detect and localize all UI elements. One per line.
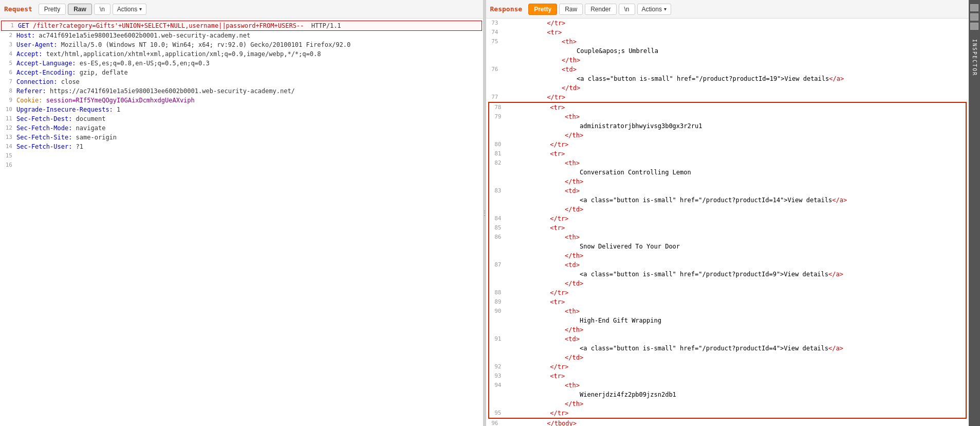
line-number bbox=[489, 242, 506, 251]
line-content bbox=[16, 151, 483, 161]
line-number: 77 bbox=[486, 93, 503, 102]
request-line: 11Sec-Fetch-Dest: document bbox=[0, 114, 483, 123]
line-content: High-End Gift Wrapping bbox=[506, 316, 966, 325]
tab-n[interactable]: \n bbox=[94, 4, 110, 15]
response-line: 74 <tr> bbox=[486, 28, 969, 37]
line-number: 13 bbox=[0, 133, 16, 142]
response-line: </td> bbox=[489, 205, 966, 214]
line-content: Cookie: session=RIf5YmeQOgyI0GAixDcmhxdg… bbox=[16, 96, 483, 105]
header-val: document bbox=[72, 115, 105, 122]
line-number: 73 bbox=[486, 19, 503, 28]
request-actions-button[interactable]: Actions bbox=[113, 4, 146, 15]
line-number: 82 bbox=[489, 158, 506, 168]
line-content: </td> bbox=[503, 83, 969, 93]
line-content: Referer: https://ac741f691e1a5ie980013ee… bbox=[16, 86, 483, 96]
response-line: 73 </tr> bbox=[486, 19, 969, 28]
line-number: 87 bbox=[489, 260, 506, 270]
line-content: Couple&apos;s Umbrella bbox=[503, 46, 969, 56]
line-number: 76 bbox=[486, 65, 503, 74]
request-line: 15 bbox=[0, 151, 483, 161]
response-content: 73 </tr>74 <tr>75 <th> Couple&apos;s Umb… bbox=[486, 19, 969, 426]
request-line: 9Cookie: session=RIf5YmeQOgyI0GAixDcmhxd… bbox=[0, 96, 483, 105]
response-line: 82 <th> bbox=[489, 158, 966, 168]
line-content: GET /filter?category=Gifts'+UNION+SELECT… bbox=[18, 21, 482, 30]
line-number: 88 bbox=[489, 288, 506, 297]
line-number: 86 bbox=[489, 233, 506, 242]
close-icon[interactable] bbox=[970, 23, 978, 30]
line-number bbox=[489, 353, 506, 362]
request-title: Request bbox=[4, 5, 32, 13]
line-number: 4 bbox=[0, 49, 16, 59]
grid-icon[interactable] bbox=[970, 4, 978, 11]
line-content: Accept-Language: es-ES,es;q=0.8,en-US;q=… bbox=[16, 59, 483, 68]
tab-resp-render[interactable]: Render bbox=[585, 4, 616, 15]
inspector-sidebar: INSPECTOR bbox=[969, 0, 980, 426]
line-content: </tr> bbox=[506, 362, 966, 371]
tab-resp-raw[interactable]: Raw bbox=[559, 4, 583, 15]
line-number: 10 bbox=[0, 105, 16, 114]
request-line: 12Sec-Fetch-Mode: navigate bbox=[0, 123, 483, 133]
response-line: 85 <tr> bbox=[489, 223, 966, 233]
header-key: Upgrade-Insecure-Requests: bbox=[16, 106, 113, 113]
tab-resp-pretty[interactable]: Pretty bbox=[528, 4, 557, 15]
line-content: <tr> bbox=[506, 149, 966, 158]
response-title: Response bbox=[490, 5, 523, 13]
minus-icon[interactable] bbox=[970, 13, 978, 21]
line-content: Wienerjdzi4fz2pb09jzsn2db1 bbox=[506, 390, 966, 399]
response-actions-button[interactable]: Actions bbox=[637, 4, 671, 15]
response-line: 84 </tr> bbox=[489, 214, 966, 223]
response-line: 94 <th> bbox=[489, 381, 966, 390]
response-highlight-box: 78 <tr>79 <th> administratorjbhwyivsg3b0… bbox=[488, 102, 967, 419]
line-content: <a class="button is-small" href="/produc… bbox=[506, 344, 966, 353]
response-line: </th> bbox=[489, 325, 966, 334]
response-line: 89 <tr> bbox=[489, 297, 966, 307]
response-line: Wienerjdzi4fz2pb09jzsn2db1 bbox=[489, 390, 966, 399]
line-number bbox=[489, 205, 506, 214]
line-content: </tr> bbox=[503, 93, 969, 102]
response-line: <a class="button is-small" href="/produc… bbox=[489, 196, 966, 205]
line-number: 9 bbox=[0, 96, 16, 105]
line-content: </th> bbox=[506, 177, 966, 186]
request-line: 10Upgrade-Insecure-Requests: 1 bbox=[0, 105, 483, 114]
line-number bbox=[486, 74, 503, 83]
tab-raw[interactable]: Raw bbox=[68, 4, 92, 15]
response-line: 95 </tr> bbox=[489, 409, 966, 418]
line-number: 78 bbox=[489, 103, 506, 112]
line-number: 14 bbox=[0, 142, 16, 151]
line-number: 8 bbox=[0, 86, 16, 96]
line-content: <td> bbox=[506, 260, 966, 270]
line-number bbox=[489, 390, 506, 399]
request-line: 5Accept-Language: es-ES,es;q=0.8,en-US;q… bbox=[0, 59, 483, 68]
line-number: 94 bbox=[489, 381, 506, 390]
line-content: <td> bbox=[506, 334, 966, 344]
response-line: 86 <th> bbox=[489, 233, 966, 242]
line-number bbox=[486, 46, 503, 56]
tab-resp-n[interactable]: \n bbox=[619, 4, 635, 15]
line-content: </tr> bbox=[506, 288, 966, 297]
header-key: Accept-Language: bbox=[16, 60, 76, 67]
line-number bbox=[486, 83, 503, 93]
request-content: 1GET /filter?category=Gifts'+UNION+SELEC… bbox=[0, 19, 483, 426]
tab-pretty[interactable]: Pretty bbox=[39, 4, 66, 15]
inspector-icons bbox=[970, 4, 978, 30]
response-line: </th> bbox=[489, 399, 966, 409]
line-number: 3 bbox=[0, 40, 16, 49]
line-number: 1 bbox=[2, 21, 18, 30]
line-content: <th> bbox=[506, 381, 966, 390]
line-number: 15 bbox=[0, 151, 16, 161]
line-number bbox=[489, 131, 506, 140]
response-line: 96 </tbody> bbox=[486, 419, 969, 426]
request-line: 4Accept: text/html,application/xhtml+xml… bbox=[0, 49, 483, 59]
header-val: same-origin bbox=[72, 134, 117, 141]
main-container: Request Pretty Raw \n Actions 1GET /filt… bbox=[0, 0, 980, 426]
header-key: Accept-Encoding: bbox=[16, 69, 76, 76]
header-key: Referer: bbox=[16, 87, 46, 95]
line-content: <td> bbox=[503, 65, 969, 74]
response-line: <a class="button is-small" href="/produc… bbox=[486, 74, 969, 83]
line-content: </th> bbox=[506, 399, 966, 409]
header-key: Sec-Fetch-Dest: bbox=[16, 115, 72, 122]
line-content: </th> bbox=[506, 325, 966, 334]
request-line: 16 bbox=[0, 161, 483, 170]
request-panel: Request Pretty Raw \n Actions 1GET /filt… bbox=[0, 0, 484, 426]
header-key: Sec-Fetch-User: bbox=[16, 143, 72, 150]
